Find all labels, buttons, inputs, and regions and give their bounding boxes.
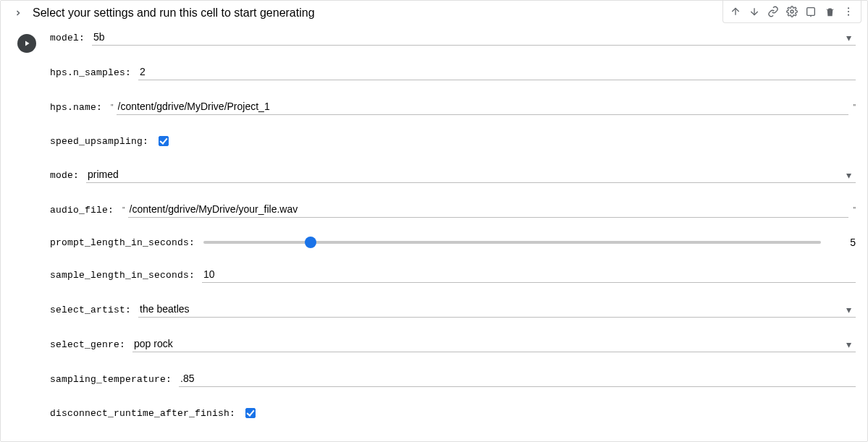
label-mode: mode: (50, 170, 79, 181)
quote-icon: " (853, 103, 856, 111)
cell-toolbar (722, 1, 861, 23)
label-model: model: (50, 33, 85, 43)
chevron-down-icon: ▾ (846, 169, 851, 181)
cell-title: Select your settings and run this cell t… (33, 7, 315, 20)
label-audio-file: audio_file: (50, 205, 114, 216)
svg-rect-1 (807, 8, 815, 16)
label-name: hps.name: (50, 102, 102, 113)
row-audio-file: audio_file: " " (50, 202, 856, 218)
quote-icon: " (122, 206, 125, 214)
more-button[interactable] (839, 2, 858, 21)
select-genre-select[interactable]: pop rock ▾ (132, 336, 856, 352)
label-prompt-length: prompt_length_in_seconds: (50, 237, 195, 248)
label-select-artist: select_artist: (50, 305, 131, 315)
n-samples-input[interactable] (138, 64, 856, 80)
prompt-length-value: 5 (835, 237, 856, 248)
audio-file-input[interactable] (128, 202, 849, 218)
label-speed-upsampling: speed_upsampling: (50, 136, 148, 147)
notebook-cell: Select your settings and run this cell t… (0, 0, 868, 442)
label-disconnect: disconnect_runtime_after_finish: (50, 408, 235, 419)
row-sample-length: sample_length_in_seconds: (50, 267, 856, 283)
chevron-down-icon: ▾ (846, 304, 851, 315)
select-artist-select[interactable]: the beatles ▾ (138, 302, 856, 318)
label-sampling-temperature: sampling_temperature: (50, 374, 172, 385)
row-model: model: 5b ▾ (50, 30, 856, 46)
row-disconnect: disconnect_runtime_after_finish: (50, 406, 856, 420)
sample-length-input[interactable] (202, 267, 856, 283)
speed-upsampling-checkbox[interactable] (159, 136, 169, 146)
collapse-chevron-icon[interactable] (14, 9, 22, 17)
row-select-artist: select_artist: the beatles ▾ (50, 302, 856, 318)
gutter (9, 24, 44, 433)
chevron-down-icon: ▾ (846, 32, 851, 43)
chevron-down-icon: ▾ (846, 339, 851, 350)
svg-point-2 (848, 7, 849, 9)
mirror-button[interactable] (801, 2, 820, 21)
settings-button[interactable] (783, 2, 801, 21)
name-input[interactable] (117, 99, 849, 115)
svg-point-3 (848, 11, 849, 12)
label-sample-length: sample_length_in_seconds: (50, 270, 195, 281)
run-button[interactable] (17, 34, 36, 53)
mode-select[interactable]: primed ▾ (86, 167, 856, 183)
row-prompt-length: prompt_length_in_seconds: 5 (50, 237, 856, 248)
model-select[interactable]: 5b ▾ (92, 30, 856, 46)
row-name: hps.name: " " (50, 99, 856, 115)
row-sampling-temperature: sampling_temperature: (50, 371, 856, 387)
row-speed-upsampling: speed_upsampling: (50, 134, 856, 148)
delete-button[interactable] (820, 2, 839, 21)
sampling-temperature-input[interactable] (179, 371, 856, 387)
row-n-samples: hps.n_samples: (50, 64, 856, 80)
disconnect-checkbox[interactable] (245, 408, 256, 418)
move-down-button[interactable] (745, 2, 764, 21)
link-button[interactable] (764, 2, 783, 21)
quote-icon: " (111, 103, 114, 111)
label-select-genre: select_genre: (50, 339, 125, 350)
svg-point-4 (848, 14, 849, 16)
label-n-samples: hps.n_samples: (50, 67, 131, 78)
row-mode: mode: primed ▾ (50, 167, 856, 183)
move-up-button[interactable] (726, 2, 745, 21)
cell-body: model: 5b ▾ hps.n_samples: hps.name: " "… (1, 24, 867, 433)
prompt-length-slider[interactable] (203, 241, 821, 244)
quote-icon: " (853, 206, 856, 214)
svg-point-0 (791, 10, 793, 13)
form-area: model: 5b ▾ hps.n_samples: hps.name: " "… (44, 24, 867, 433)
row-select-genre: select_genre: pop rock ▾ (50, 336, 856, 352)
